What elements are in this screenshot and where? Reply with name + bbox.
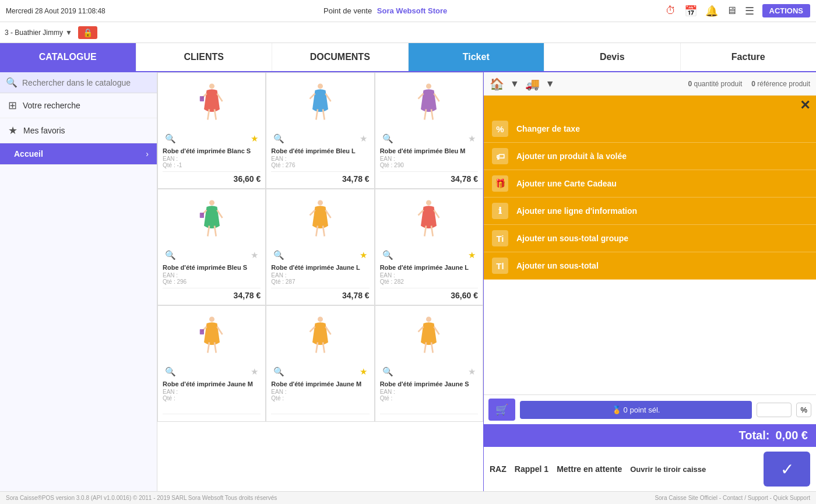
product-ean: EAN : (271, 389, 369, 395)
svg-rect-5 (199, 96, 203, 101)
product-name: Robe d'été imprimée Bleu M (380, 147, 478, 154)
discount-input[interactable]: 0.00 (757, 403, 792, 417)
star-filled-icon[interactable]: ★ (251, 133, 258, 144)
search-product-icon[interactable]: 🔍 (165, 250, 176, 260)
product-card[interactable]: 🔍 ★ Robe d'été imprimée Jaune M EAN : Qt… (266, 305, 374, 422)
product-card[interactable]: 🔍 ★ Robe d'été imprimée Blanc S EAN : Qt… (157, 72, 266, 189)
star-empty-icon[interactable]: ★ (468, 366, 476, 377)
pos-info: Point de vente Sora Websoft Store (323, 6, 447, 15)
product-price (271, 414, 369, 417)
lock-button[interactable]: 🔒 (78, 26, 97, 39)
chevron-down-icon[interactable]: ▼ (510, 79, 519, 89)
user-selector[interactable]: 3 - Buathier Jimmy ▼ (5, 29, 72, 37)
tab-catalogue[interactable]: CATALOGUE (0, 43, 136, 71)
svg-point-11 (426, 83, 431, 89)
action-label-4: Ajouter un sous-total groupe (516, 234, 628, 243)
total-row: Total: 0,00 € (484, 424, 816, 447)
action-label-2: Ajouter une Carte Cadeau (516, 179, 617, 188)
product-actions-row: 🔍 ★ (271, 249, 369, 262)
chevron-right-icon: › (146, 149, 149, 158)
search-product-icon[interactable]: 🔍 (273, 133, 284, 144)
search-product-icon[interactable]: 🔍 (382, 366, 393, 377)
hold-button[interactable]: Mettre en attente (557, 464, 622, 474)
sidebar-item-accueil[interactable]: Accueil › (0, 143, 157, 165)
product-card[interactable]: 🔍 ★ Robe d'été imprimée Jaune M EAN : Qt… (157, 305, 266, 422)
footer-left: Sora Caisse®POS version 3.0.8 (API v1.0.… (6, 495, 277, 501)
tab-ticket[interactable]: Ticket (408, 43, 544, 71)
footer-right: Sora Caisse Site Officiel - Contact / Su… (655, 495, 810, 501)
search-icon: 🔍 (6, 77, 17, 88)
raz-button[interactable]: RAZ (490, 464, 507, 474)
search-product-icon[interactable]: 🔍 (382, 133, 393, 144)
tab-devis[interactable]: Devis (544, 43, 680, 71)
action-item[interactable]: 🏷 Ajouter un produit à la volée (484, 143, 816, 170)
tab-clients[interactable]: CLIENTS (136, 43, 272, 71)
action-item[interactable]: Tl Ajouter un sous-total (484, 252, 816, 280)
search-product-icon[interactable]: 🔍 (165, 133, 176, 144)
product-card[interactable]: 🔍 ★ Robe d'été imprimée Bleu S EAN : Qté… (157, 189, 266, 305)
product-ean: EAN : (163, 389, 261, 395)
cart-button[interactable]: 🛒 (488, 399, 515, 421)
star-empty-icon[interactable]: ★ (251, 250, 258, 260)
search-product-icon[interactable]: 🔍 (165, 366, 176, 377)
nav-tabs: CATALOGUE CLIENTS DOCUMENTS Ticket Devis… (0, 43, 816, 72)
search-product-icon[interactable]: 🔍 (382, 250, 393, 260)
star-empty-icon[interactable]: ★ (251, 366, 258, 377)
action-icon-1: 🏷 (492, 148, 508, 164)
star-empty-icon[interactable]: ★ (468, 133, 476, 144)
product-ean: EAN : (271, 156, 369, 162)
star-filled-icon[interactable]: ★ (360, 250, 367, 260)
calendar-icon[interactable]: 📅 (684, 5, 697, 17)
product-card[interactable]: 🔍 ★ Robe d'été imprimée Jaune S EAN : Qt… (375, 305, 483, 422)
sidebar-item-favoris[interactable]: ★ Mes favoris (0, 118, 157, 143)
product-qte: Qté : 296 (163, 279, 261, 285)
product-price: 36,60 € (380, 288, 478, 300)
svg-point-0 (209, 83, 214, 89)
total-label: Total: (738, 429, 769, 442)
product-card[interactable]: 🔍 ★ Robe d'été imprimée Jaune L EAN : Qt… (375, 189, 483, 305)
search-product-icon[interactable]: 🔍 (273, 250, 284, 260)
rappel-button[interactable]: Rappel 1 (515, 464, 548, 474)
product-image (199, 77, 225, 130)
tab-documents[interactable]: DOCUMENTS (272, 43, 408, 71)
product-actions-row: 🔍 ★ (380, 365, 478, 378)
validate-button[interactable]: ✓ (764, 452, 810, 487)
delivery-chevron-icon[interactable]: ▼ (546, 79, 555, 89)
product-qte: Qté : (163, 395, 261, 401)
star-filled-icon[interactable]: ★ (360, 366, 367, 377)
bell-icon[interactable]: 🔔 (705, 5, 718, 17)
action-item[interactable]: ℹ Ajouter une ligne d'information (484, 198, 816, 225)
product-image (307, 77, 333, 130)
sidebar-item-recherche[interactable]: ⊞ Votre recherche (0, 93, 157, 118)
product-image (199, 311, 225, 363)
footer: Sora Caisse®POS version 3.0.8 (API v1.0.… (0, 491, 816, 504)
clock-icon[interactable]: ⏱ (666, 5, 676, 17)
search-input[interactable] (22, 78, 151, 87)
points-button[interactable]: 🏅 0 point sél. (520, 401, 752, 419)
screen-icon[interactable]: 🖥 (726, 5, 737, 17)
list-icon[interactable]: ☰ (745, 5, 754, 17)
star-filled-icon[interactable]: ★ (468, 250, 476, 260)
action-item[interactable]: Ti Ajouter un sous-total groupe (484, 225, 816, 252)
product-ean: EAN : (163, 272, 261, 279)
product-card[interactable]: 🔍 ★ Robe d'été imprimée Jaune L EAN : Qt… (266, 189, 374, 305)
search-product-icon[interactable]: 🔍 (273, 366, 284, 377)
action-item[interactable]: 🎁 Ajouter une Carte Cadeau (484, 170, 816, 198)
svg-point-22 (318, 200, 323, 205)
sidebar-favoris-label: Mes favoris (23, 126, 65, 135)
svg-rect-37 (199, 329, 203, 334)
search-box[interactable]: 🔍 (0, 72, 157, 93)
star-empty-icon[interactable]: ★ (360, 133, 367, 144)
delivery-icon[interactable]: 🚚 (525, 77, 540, 91)
action-item[interactable]: % Changer de taxe (484, 115, 816, 143)
close-overlay-button[interactable]: ✕ (800, 98, 810, 113)
home-nav-icon[interactable]: 🏠 (490, 77, 504, 91)
open-drawer-button[interactable]: Ouvrir le tiroir caisse (630, 465, 706, 474)
product-card[interactable]: 🔍 ★ Robe d'été imprimée Bleu L EAN : Qté… (266, 72, 374, 189)
product-image (416, 77, 442, 130)
product-card[interactable]: 🔍 ★ Robe d'été imprimée Bleu M EAN : Qté… (375, 72, 483, 189)
user-dropdown-icon[interactable]: ▼ (65, 29, 72, 37)
actions-button[interactable]: ACTIONS (762, 4, 811, 17)
tab-facture[interactable]: Facture (680, 43, 817, 71)
product-actions-row: 🔍 ★ (380, 132, 478, 145)
